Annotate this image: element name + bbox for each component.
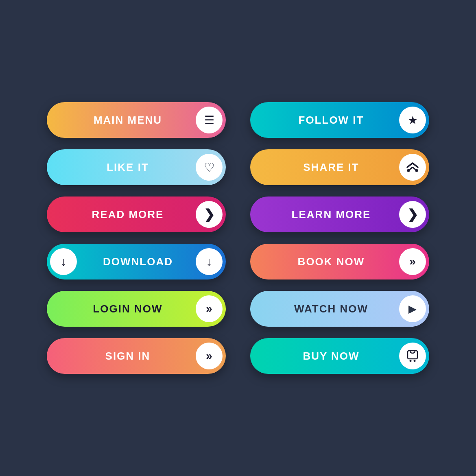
watch-now-label: WATCH NOW xyxy=(263,303,399,315)
heart-icon: ♡ xyxy=(196,154,223,181)
share-it-label: SHARE IT xyxy=(263,161,399,174)
buy-now-label: BUY NOW xyxy=(263,350,399,362)
buy-now-button[interactable]: BUY NOW xyxy=(250,338,429,374)
svg-point-5 xyxy=(410,360,412,362)
button-grid: MAIN MENU ☰ FOLLOW IT ★ LIKE IT ♡ SHARE … xyxy=(22,78,454,398)
share-it-button[interactable]: SHARE IT xyxy=(250,149,429,185)
sign-in-button[interactable]: SIGN IN » xyxy=(47,338,226,374)
svg-line-2 xyxy=(408,167,413,170)
svg-line-3 xyxy=(413,167,417,170)
arrow-right-icon: ❯ xyxy=(399,201,426,228)
main-menu-label: MAIN MENU xyxy=(60,114,196,127)
like-it-button[interactable]: LIKE IT ♡ xyxy=(47,149,226,185)
download-button[interactable]: ↓ DOWNLOAD ↓ xyxy=(47,244,226,279)
arrow-right-icon: ❯ xyxy=(196,201,223,228)
read-more-button[interactable]: READ MORE ❯ xyxy=(47,197,226,232)
download-left-icon: ↓ xyxy=(50,248,77,275)
double-arrow-icon: » xyxy=(399,248,426,275)
star-icon: ★ xyxy=(399,107,426,133)
menu-icon: ☰ xyxy=(196,107,223,133)
sign-in-label: SIGN IN xyxy=(60,350,196,362)
main-menu-button[interactable]: MAIN MENU ☰ xyxy=(47,102,226,138)
download-right-icon: ↓ xyxy=(196,248,223,275)
watch-now-button[interactable]: WATCH NOW ▶ xyxy=(250,291,429,327)
like-it-label: LIKE IT xyxy=(60,161,196,174)
book-now-button[interactable]: BOOK NOW » xyxy=(250,244,429,279)
double-arrow-icon: » xyxy=(196,295,223,322)
login-now-label: LOGIN NOW xyxy=(60,303,196,315)
svg-rect-4 xyxy=(408,351,417,359)
double-arrow-icon: » xyxy=(196,343,223,369)
learn-more-button[interactable]: LEARN MORE ❯ xyxy=(250,197,429,232)
follow-it-label: FOLLOW IT xyxy=(263,114,399,127)
learn-more-label: LEARN MORE xyxy=(263,208,399,221)
share-icon xyxy=(399,154,426,181)
follow-it-button[interactable]: FOLLOW IT ★ xyxy=(250,102,429,138)
play-icon: ▶ xyxy=(399,295,426,322)
login-now-button[interactable]: LOGIN NOW » xyxy=(47,291,226,327)
svg-point-6 xyxy=(414,360,416,362)
read-more-label: READ MORE xyxy=(60,208,196,221)
download-label: DOWNLOAD xyxy=(80,255,196,268)
cart-icon xyxy=(399,343,426,369)
book-now-label: BOOK NOW xyxy=(263,255,399,268)
